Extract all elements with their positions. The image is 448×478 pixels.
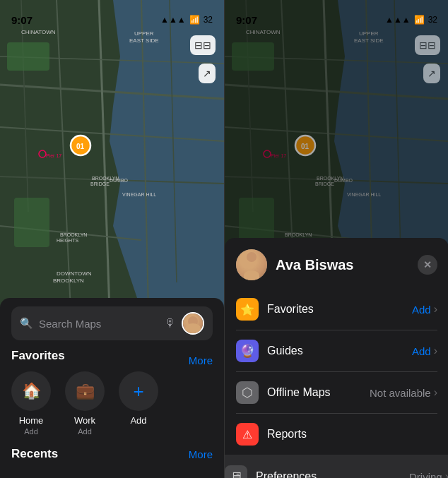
favorites-title: Favorites (11, 349, 65, 363)
right-phone-panel: CHINATOWN BROOKLYN BRIDGE BROOKLYN HEIGH… (225, 0, 448, 478)
status-icons-left: ▲▲▲ 📶 32 (160, 15, 213, 25)
reports-label: Reports (267, 428, 437, 441)
home-sub: Add (24, 427, 38, 436)
home-label: Home (19, 415, 44, 426)
signal-icon-right: ▲▲▲ (385, 15, 411, 25)
recents-header: Recents More (11, 447, 213, 461)
add-icon-circle: + (119, 371, 158, 411)
favorites-menu-label: Favorites (267, 303, 412, 316)
favorites-icon: ⭐ (236, 298, 259, 321)
svg-text:DUMBO: DUMBO (110, 178, 129, 183)
status-bar-left: 9:07 ▲▲▲ 📶 32 (0, 0, 224, 31)
svg-text:VINEGAR HILL: VINEGAR HILL (122, 192, 156, 197)
bottom-sheet-left: 🔍 Search Maps 🎙 Favorites More 🏠 Home Ad… (0, 298, 224, 478)
svg-text:UPPER: UPPER (134, 30, 154, 37)
wifi-icon-right: 📶 (414, 15, 425, 25)
battery-icon-right: 32 (428, 15, 437, 25)
layers-button[interactable]: ⊟⊟ (190, 35, 216, 55)
search-bar[interactable]: 🔍 Search Maps 🎙 (11, 306, 213, 340)
recents-title: Recents (11, 447, 58, 461)
time-right: 9:07 (236, 14, 257, 26)
svg-text:BROOKLYN: BROOKLYN (53, 277, 84, 284)
menu-item-offline-maps[interactable]: ⬡ Offline Maps Not available › (236, 372, 437, 414)
status-bar-right: 9:07 ▲▲▲ 📶 32 (225, 0, 448, 31)
favorites-header: Favorites More (11, 349, 213, 371)
svg-text:BRIDGE: BRIDGE (90, 181, 110, 186)
svg-text:DOWNTOWN: DOWNTOWN (57, 270, 92, 277)
battery-icon: 32 (204, 15, 213, 25)
close-button[interactable]: ✕ (418, 255, 437, 275)
search-icon: 🔍 (20, 317, 33, 330)
work-sub: Add (78, 427, 92, 436)
guides-add[interactable]: Add (412, 345, 431, 357)
work-label: Work (74, 415, 95, 426)
offline-maps-value: Not available (370, 387, 431, 399)
offline-icon: ⬡ (236, 381, 259, 404)
mic-icon[interactable]: 🎙 (165, 317, 176, 330)
fav-add[interactable]: + Add (119, 371, 158, 436)
compass-button[interactable]: ↗ (199, 64, 216, 83)
svg-text:BROOKLYN: BROOKLYN (60, 232, 87, 237)
offline-maps-chevron: › (434, 386, 437, 399)
status-icons-right: ▲▲▲ 📶 32 (385, 15, 437, 25)
search-placeholder: Search Maps (39, 318, 159, 330)
signal-icon: ▲▲▲ (160, 15, 186, 25)
svg-rect-13 (14, 198, 49, 247)
user-avatar-small[interactable] (182, 312, 204, 335)
svg-text:EAST SIDE: EAST SIDE (129, 37, 159, 44)
recents-more[interactable]: More (189, 448, 213, 460)
preferences-icon: 🖥 (225, 465, 247, 478)
compass-button-right[interactable]: ↗ (423, 64, 440, 83)
preferences-row[interactable]: 🖥 Preferences Driving › (225, 455, 448, 478)
home-icon-circle: 🏠 (11, 371, 51, 411)
time-left: 9:07 (11, 14, 33, 26)
offline-maps-label: Offline Maps (267, 386, 370, 399)
layers-button-right[interactable]: ⊟⊟ (415, 35, 440, 55)
guides-icon: 🔮 (236, 340, 259, 362)
favorites-row: 🏠 Home Add 💼 Work Add + Add (11, 371, 213, 436)
svg-text:Pier 17: Pier 17 (46, 153, 61, 158)
guides-menu-label: Guides (267, 345, 412, 357)
fav-work[interactable]: 💼 Work Add (65, 371, 105, 436)
menu-item-guides[interactable]: 🔮 Guides Add › (236, 330, 437, 372)
preferences-value: Driving (409, 471, 442, 479)
svg-text:HEIGHTS: HEIGHTS (57, 238, 78, 243)
add-label: Add (130, 415, 146, 426)
reports-icon: ⚠ (236, 423, 259, 446)
menu-item-reports[interactable]: ⚠ Reports (236, 414, 437, 455)
map-background[interactable]: CHINATOWN BROOKLYN BRIDGE BROOKLYN HEIGH… (0, 0, 224, 311)
profile-name: Ava Biswas (276, 257, 418, 273)
guides-chevron: › (434, 345, 437, 357)
favorites-add[interactable]: Add (412, 304, 431, 316)
menu-list: ⭐ Favorites Add › 🔮 Guides Add › ⬡ Offli… (225, 289, 448, 455)
avatar-image (183, 313, 203, 333)
profile-header: Ava Biswas ✕ (225, 238, 448, 289)
profile-avatar-image (236, 249, 267, 280)
left-phone-panel: CHINATOWN BROOKLYN BRIDGE BROOKLYN HEIGH… (0, 0, 224, 478)
preferences-chevron: › (445, 470, 448, 478)
wifi-icon: 📶 (189, 15, 200, 25)
fav-home[interactable]: 🏠 Home Add (11, 371, 51, 436)
menu-item-favorites[interactable]: ⭐ Favorites Add › (236, 289, 437, 330)
profile-avatar (236, 249, 267, 280)
work-icon-circle: 💼 (65, 371, 105, 411)
svg-rect-12 (7, 42, 49, 71)
bottom-sheet-right: Ava Biswas ✕ ⭐ Favorites Add › 🔮 Guides … (225, 238, 448, 478)
favorites-chevron: › (434, 303, 437, 316)
svg-text:01: 01 (76, 143, 85, 150)
preferences-label: Preferences (256, 470, 409, 478)
favorites-more[interactable]: More (189, 354, 213, 366)
